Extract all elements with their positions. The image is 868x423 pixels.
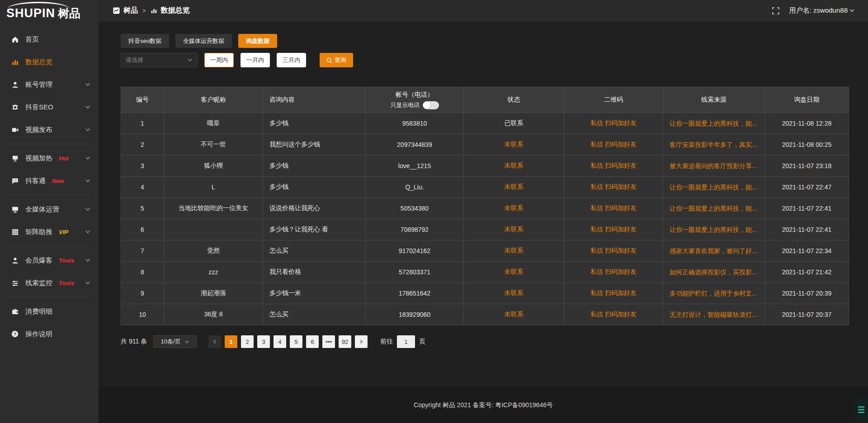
date-range-button[interactable]: 一周内 [204, 53, 234, 67]
goto-suffix: 页 [419, 338, 425, 346]
breadcrumb-separator: > [142, 7, 147, 14]
cell-source-link[interactable]: 让你一眼就爱上的黑科技，能... [663, 219, 764, 240]
filter-select[interactable]: 请选择 [121, 53, 198, 67]
sidebar-item-account[interactable]: 账号管理 [0, 73, 99, 96]
tab-0[interactable]: 抖音seo数据 [121, 34, 169, 48]
cell-account: 572803371 [366, 262, 463, 282]
col-header-id: 编号 [121, 87, 164, 113]
cell-source-link[interactable]: 让你一眼就爱上的黑科技，能... [663, 177, 764, 197]
cell-status: 未联系 [464, 283, 564, 304]
logo: SHUPIN 树品 [0, 0, 99, 26]
sidebar-item-label: 操作说明 [25, 330, 52, 338]
cell-account: 50534380 [366, 198, 463, 219]
phone-only-toggle[interactable] [423, 101, 439, 109]
sidebar-item-video-heat[interactable]: 视频加热 Hot [0, 147, 99, 169]
floating-widget[interactable] [854, 397, 868, 422]
app-root: SHUPIN 树品 首页 数据总览 账号管理 抖音SEO 视频发布 [0, 0, 868, 423]
page-size-select[interactable]: 10条/页 [153, 335, 197, 348]
cell-account: love__1215 [366, 155, 463, 176]
breadcrumb-root[interactable]: 树品 [123, 6, 138, 15]
next-page-button[interactable] [355, 335, 368, 348]
chevron-down-icon [85, 127, 90, 132]
sidebar-item-douketong[interactable]: 抖客通 New [0, 169, 99, 192]
cell-nickname: 狐小狸 [164, 155, 263, 176]
sidebar-item-label: 数据总览 [25, 58, 52, 66]
copyright-text: Copyright 树品 2021 备案号: 粤ICP备09019646号 [414, 401, 553, 409]
sidebar-item-label: 账号管理 [25, 80, 52, 89]
cell-content: 我只看价格 [263, 262, 365, 282]
cell-qrcode-link[interactable]: 私信 扫码加好友 [564, 219, 663, 240]
cell-date: 2021-11-08 00:25 [765, 134, 849, 155]
table-row: 6 多少钱？让我死心 看 70898792 未联系 私信 扫码加好友 让你一眼就… [121, 219, 849, 240]
cell-id: 5 [121, 198, 164, 219]
user-menu[interactable]: 用户名: zswodun88 [789, 6, 854, 15]
cell-qrcode-link[interactable]: 私信 扫码加好友 [564, 155, 663, 176]
cell-source-link[interactable]: 被大家追着问的客厅投影分享... [663, 155, 764, 176]
date-range-button[interactable]: 一月内 [241, 53, 270, 67]
chevron-down-icon [85, 155, 90, 161]
cell-source-link[interactable]: 如何正确选择投影仪，买投影... [663, 262, 764, 282]
col-header-source: 线索来源 [663, 87, 764, 113]
query-button-label: 查询 [335, 56, 346, 64]
cell-source-link[interactable]: 让你一眼就爱上的黑科技，能... [663, 198, 764, 219]
tab-2[interactable]: 询盘数据 [238, 34, 277, 48]
page-number-button[interactable]: 92 [339, 335, 351, 348]
cell-nickname: L [164, 177, 263, 197]
sidebar: SHUPIN 树品 首页 数据总览 账号管理 抖音SEO 视频发布 [0, 0, 99, 423]
cell-qrcode-link[interactable]: 私信 扫码加好友 [564, 304, 663, 325]
cell-qrcode-link[interactable]: 私信 扫码加好友 [564, 262, 663, 282]
cell-status: 未联系 [464, 219, 564, 240]
cell-qrcode-link[interactable]: 私信 扫码加好友 [564, 283, 663, 304]
sidebar-item-member[interactable]: 会员爆客 Tools [0, 249, 99, 272]
sidebar-item-douyin-seo[interactable]: 抖音SEO [0, 96, 99, 118]
page-number-button[interactable]: 4 [274, 335, 286, 348]
breadcrumb-root-icon [113, 7, 120, 14]
cell-nickname [164, 219, 263, 240]
person-icon [11, 256, 19, 264]
sidebar-item-help[interactable]: ? 操作说明 [0, 323, 99, 345]
cell-qrcode-link[interactable]: 私信 扫码加好友 [564, 113, 663, 134]
cell-source-link[interactable]: 客厅安装投影半年多了，真实... [663, 134, 764, 155]
tab-1[interactable]: 全媒体运营数据 [175, 34, 232, 48]
cell-source-link[interactable]: 多功能护栏灯，适用于乡村文... [663, 283, 764, 304]
page-number-button[interactable]: 1 [225, 335, 237, 348]
goto-page-input[interactable] [397, 335, 415, 348]
sidebar-item-omni-media[interactable]: 全媒体运营 [0, 198, 99, 221]
cell-status: 未联系 [464, 155, 564, 176]
sliders-icon [11, 279, 19, 287]
page-number-button[interactable]: 6 [306, 335, 319, 348]
page-number-button[interactable]: 5 [290, 335, 302, 348]
cell-nickname: 觉然 [164, 240, 263, 261]
cell-id: 8 [121, 262, 164, 282]
page-number-button[interactable]: 2 [241, 335, 254, 348]
cell-content: 怎么买 [263, 240, 365, 261]
sidebar-item-home[interactable]: 首页 [0, 28, 99, 51]
page-number-button[interactable]: 3 [257, 335, 270, 348]
cell-qrcode-link[interactable]: 私信 扫码加好友 [564, 240, 663, 261]
date-range-button[interactable]: 三月内 [277, 53, 306, 67]
cell-qrcode-link[interactable]: 私信 扫码加好友 [564, 134, 663, 155]
sidebar-item-clue[interactable]: 线索监控 Tools [0, 272, 99, 294]
cell-id: 6 [121, 219, 164, 240]
sidebar-item-expense[interactable]: 消费明细 [0, 300, 99, 323]
cell-qrcode-link[interactable]: 私信 扫码加好友 [564, 198, 663, 219]
cell-qrcode-link[interactable]: 私信 扫码加好友 [564, 177, 663, 197]
sidebar-item-video-pub[interactable]: 视频发布 [0, 118, 99, 141]
sidebar-item-label: 视频发布 [25, 126, 52, 134]
cell-status: 已联系 [464, 113, 564, 134]
cell-content: 多少钱 [263, 155, 365, 176]
logo-arc-decoration [7, 2, 70, 9]
table-row: 5 当地比较能吃的一位美女 说说价格让我死心 50534380 未联系 私信 扫… [121, 198, 849, 219]
fullscreen-icon[interactable] [772, 7, 779, 14]
sidebar-item-label: 消费明细 [25, 307, 52, 316]
prev-page-button[interactable] [208, 335, 221, 348]
cell-date: 2021-11-07 20:39 [765, 283, 849, 304]
cell-source-link[interactable]: 无主灯设计，智能磁吸轨道灯... [663, 304, 764, 325]
cell-source-link[interactable]: 感谢大家喜欢我家，被问了好... [663, 240, 764, 261]
query-button[interactable]: 查询 [320, 53, 353, 67]
sidebar-item-data[interactable]: 数据总览 [0, 51, 99, 73]
cell-source-link[interactable]: 让你一眼就爱上的黑科技，能... [663, 113, 764, 134]
pagination: 共 911 条 10条/页 123456•••92 前往 页 [121, 335, 849, 348]
sidebar-item-matrix[interactable]: 矩阵助推 VIP [0, 221, 99, 243]
more-pages-button[interactable]: ••• [322, 335, 335, 348]
